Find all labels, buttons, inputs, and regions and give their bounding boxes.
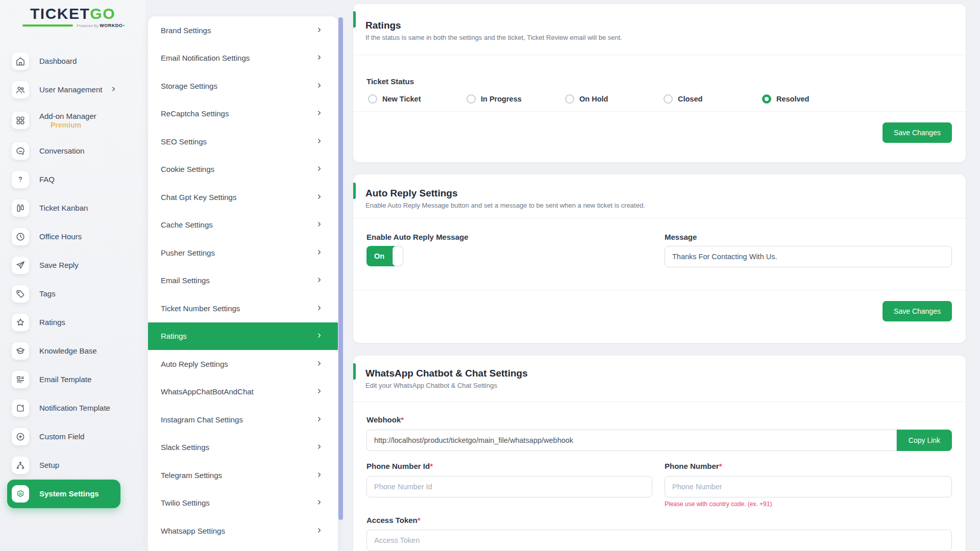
radio-circle-checked[interactable] (762, 94, 771, 104)
sidebar-item-email-template[interactable]: Email Template (0, 365, 145, 394)
sidebar-item-system-settings[interactable]: System Settings (7, 480, 120, 508)
radio-circle[interactable] (368, 94, 377, 104)
whatsapp-card-subtitle: Edit your WhatsApp Chatbot & Chat Settin… (365, 382, 497, 389)
phone-number-label: Phone Number* (665, 462, 722, 470)
radio-label: New Ticket (382, 95, 421, 103)
settings-menu-item-seo-settings[interactable]: SEO Settings (148, 128, 338, 156)
enable-auto-reply-label: Enable Auto Reply Message (366, 233, 469, 241)
settings-menu-item-label: Telegram Settings (161, 471, 222, 480)
scrollbar-thumb[interactable] (338, 17, 343, 520)
sidebar-item-office-hours[interactable]: Office Hours (0, 222, 145, 251)
ratings-card-title: Ratings (365, 20, 401, 31)
radio-closed[interactable]: Closed (664, 94, 762, 104)
phone-number-input[interactable] (665, 476, 952, 497)
layout-icon (12, 371, 29, 388)
radio-on-hold[interactable]: On Hold (565, 94, 664, 104)
sidebar-item-label: Knowledge Base (39, 346, 97, 355)
sidebar-item-user-management[interactable]: User Management (0, 76, 145, 104)
sidebar-item-label: Add-on Manager Premium (39, 112, 96, 129)
chevron-right-icon (316, 387, 323, 396)
settings-menu-item-auto-reply-settings[interactable]: Auto Reply Settings (148, 350, 338, 378)
sidebar-item-custom-field[interactable]: Custom Field (0, 422, 145, 451)
sidebar-item-label: Notification Template (39, 404, 110, 412)
settings-menu-item-label: Slack Settings (161, 443, 209, 452)
sidebar-item-ratings[interactable]: Ratings (0, 308, 145, 337)
settings-menu-item-cookie-settings[interactable]: Cookie Settings (148, 156, 338, 184)
chevron-right-icon (316, 498, 323, 507)
sidebar-item-tags[interactable]: Tags (0, 280, 145, 308)
ticket-status-label: Ticket Status (366, 77, 414, 86)
chevron-right-icon (316, 304, 323, 313)
chevron-right-icon (316, 443, 323, 452)
auto-reply-toggle[interactable]: On (366, 246, 403, 266)
radio-circle[interactable] (664, 94, 673, 104)
settings-menu-item-email-settings[interactable]: Email Settings (148, 267, 338, 295)
card-accent-bar (353, 183, 356, 199)
auto-reply-card-title: Auto Reply Settings (365, 188, 458, 199)
chevron-right-icon (316, 360, 323, 368)
home-icon (12, 53, 29, 70)
settings-menu-item-ticket-number-settings[interactable]: Ticket Number Settings (148, 294, 338, 322)
radio-circle[interactable] (467, 94, 476, 104)
sidebar-item-dashboard[interactable]: Dashboard (0, 47, 145, 76)
sidebar-item-label: Ticket Kanban (39, 204, 88, 212)
chevron-right-icon (316, 220, 323, 229)
powered-by: Powered By WORKDO+ (77, 23, 125, 28)
settings-menu-item-brand-settings[interactable]: Brand Settings (148, 16, 338, 44)
radio-circle[interactable] (565, 94, 574, 104)
ratings-card-subtitle: If the status is same in both the settin… (365, 34, 622, 41)
radio-in-progress[interactable]: In Progress (467, 94, 565, 104)
settings-menu-item-recaptcha-settings[interactable]: ReCaptcha Settings (148, 100, 338, 128)
sidebar-item-addon-manager[interactable]: Add-on Manager Premium (0, 104, 145, 137)
settings-menu-item-whatsapp-chatbot-and-chat[interactable]: WhatsAppChatBotAndChat (148, 378, 338, 406)
required-asterisk: * (719, 462, 722, 470)
hierarchy-icon (12, 457, 29, 474)
sidebar-item-notification-template[interactable]: Notification Template (0, 394, 145, 422)
settings-menu-item-instagram-chat-settings[interactable]: Instagram Chat Settings (148, 406, 338, 434)
sidebar-nav: Dashboard User Management Add-on Manager… (0, 47, 145, 508)
radio-label: Resolved (776, 95, 809, 103)
phone-number-id-input[interactable] (366, 476, 652, 497)
sidebar-item-ticket-kanban[interactable]: Ticket Kanban (0, 194, 145, 222)
tag-icon (12, 285, 29, 303)
settings-menu-item-storage-settings[interactable]: Storage Settings (148, 72, 338, 100)
chevron-right-icon (316, 276, 323, 285)
sidebar-item-faq[interactable]: FAQ (0, 165, 145, 194)
sidebar-item-save-reply[interactable]: Save Reply (0, 251, 145, 280)
chevron-right-icon (316, 82, 323, 90)
settings-menu-scrollbar[interactable] (338, 16, 343, 551)
save-changes-button[interactable]: Save Changes (883, 301, 952, 321)
copy-link-button[interactable]: Copy Link (897, 430, 952, 451)
send-icon (12, 257, 29, 274)
toggle-knob[interactable] (393, 246, 403, 266)
sidebar-item-knowledge-base[interactable]: Knowledge Base (0, 337, 145, 365)
settings-menu-item-pusher-settings[interactable]: Pusher Settings (148, 239, 338, 267)
chevron-right-icon (316, 109, 323, 118)
settings-menu-item-cache-settings[interactable]: Cache Settings (148, 211, 338, 239)
app-sidebar: TICKETGO Powered By WORKDO+ Dashboard Us… (0, 0, 145, 551)
chevron-right-icon (316, 165, 323, 173)
radio-resolved[interactable]: Resolved (762, 94, 861, 104)
settings-menu-item-telegram-settings[interactable]: Telegram Settings (148, 461, 338, 489)
chat-icon (12, 142, 29, 160)
chevron-right-icon (316, 527, 323, 535)
settings-menu-item-ratings[interactable]: Ratings (148, 322, 338, 350)
sidebar-item-setup[interactable]: Setup (0, 451, 145, 480)
graduation-cap-icon (12, 342, 29, 360)
settings-menu-item-chat-gpt-key-settings[interactable]: Chat Gpt Key Settings (148, 183, 338, 211)
access-token-input[interactable] (366, 530, 952, 551)
settings-menu-item-slack-settings[interactable]: Slack Settings (148, 434, 338, 462)
chevron-right-icon (316, 415, 323, 424)
logo[interactable]: TICKETGO Powered By WORKDO+ (0, 5, 145, 28)
access-token-label: Access Token* (366, 516, 421, 524)
settings-menu-item-email-notification-settings[interactable]: Email Notification Settings (148, 44, 338, 72)
settings-menu-item-twilio-settings[interactable]: Twilio Settings (148, 489, 338, 517)
ratings-card: Ratings If the status is same in both th… (353, 4, 966, 162)
radio-new-ticket[interactable]: New Ticket (368, 94, 467, 104)
message-input[interactable] (665, 246, 952, 267)
save-changes-button[interactable]: Save Changes (883, 122, 952, 143)
sidebar-item-conversation[interactable]: Conversation (0, 137, 145, 165)
settings-menu-item-whatsapp-settings[interactable]: Whatsapp Settings (148, 517, 338, 545)
sidebar-item-label: FAQ (39, 175, 55, 184)
webhook-input[interactable] (366, 430, 897, 451)
